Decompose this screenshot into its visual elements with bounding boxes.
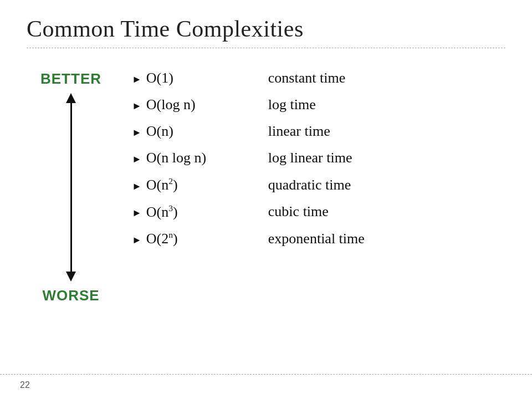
better-label: BETTER	[40, 70, 101, 88]
complexity-description: exponential time	[268, 231, 365, 247]
left-column: BETTER WORSE	[27, 65, 115, 304]
bottom-divider	[0, 374, 532, 375]
bullet-icon: ►	[132, 154, 142, 165]
bullet-icon: ►	[132, 127, 142, 139]
complexity-description: linear time	[268, 123, 330, 140]
complexity-notation: O(2n)	[146, 230, 257, 247]
complexity-notation: O(1)	[146, 70, 257, 86]
page-title: Common Time Complexities	[27, 16, 505, 42]
bullet-icon: ►	[132, 207, 142, 219]
complexity-description: log time	[268, 96, 316, 113]
complexity-description: cubic time	[268, 203, 329, 220]
complexity-notation: O(log n)	[146, 96, 257, 113]
title-area: Common Time Complexities	[0, 0, 532, 48]
complexity-description: log linear time	[268, 150, 352, 166]
slide-number: 22	[20, 380, 30, 390]
list-item: ► O(log n) log time	[132, 91, 505, 118]
double-arrow	[66, 93, 76, 282]
arrow-head-up-icon	[66, 93, 76, 103]
list-item: ► O(1) constant time	[132, 65, 505, 91]
complexity-description: quadratic time	[268, 177, 351, 193]
bullet-icon: ►	[132, 234, 142, 246]
complexity-notation: O(n3)	[146, 203, 257, 221]
list-item: ► O(2n) exponential time	[132, 225, 505, 252]
arrow-head-down-icon	[66, 272, 76, 282]
worse-label: WORSE	[42, 287, 99, 304]
complexity-notation: O(n)	[146, 123, 257, 140]
bullet-icon: ►	[132, 181, 142, 192]
list-item: ► O(n) linear time	[132, 118, 505, 145]
list-item: ► O(n3) cubic time	[132, 198, 505, 226]
list-item: ► O(n log n) log linear time	[132, 145, 505, 171]
bullet-icon: ►	[132, 74, 142, 85]
arrow-line	[70, 103, 72, 272]
right-column: ► O(1) constant time ► O(log n) log time…	[115, 65, 505, 304]
complexity-notation: O(n2)	[146, 176, 257, 193]
bullet-icon: ►	[132, 100, 142, 112]
content-area: BETTER WORSE ► O(1) constant time ► O(lo…	[0, 48, 532, 315]
slide: Common Time Complexities BETTER WORSE ► …	[0, 0, 532, 399]
complexity-notation: O(n log n)	[146, 150, 257, 166]
list-item: ► O(n2) quadratic time	[132, 171, 505, 198]
complexity-description: constant time	[268, 70, 345, 86]
